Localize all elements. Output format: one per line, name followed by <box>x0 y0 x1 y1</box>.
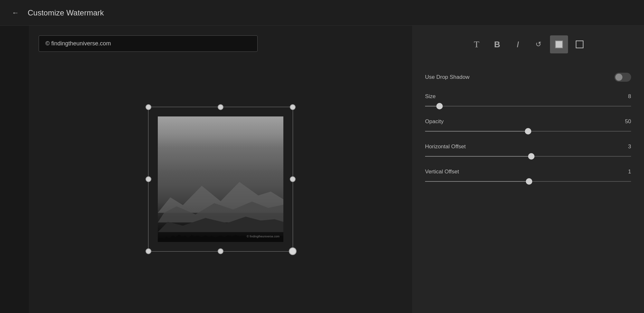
handle-bot-center[interactable] <box>218 248 223 254</box>
size-slider-thumb[interactable] <box>436 103 443 109</box>
bold-tool-button[interactable]: B <box>488 35 506 53</box>
horizontal-offset-fill <box>425 156 531 157</box>
toolbar: T B I ↺ <box>425 35 631 60</box>
size-slider[interactable] <box>425 103 631 109</box>
horizontal-offset-thumb[interactable] <box>528 153 535 160</box>
text-tool-button[interactable]: T <box>468 35 486 53</box>
text-icon: T <box>474 39 479 50</box>
bold-icon: B <box>494 40 500 50</box>
square-outline-tool-button[interactable] <box>571 35 589 53</box>
opacity-slider-track <box>425 131 631 132</box>
size-row: Size 8 <box>425 93 631 100</box>
vertical-offset-track <box>425 181 631 182</box>
opacity-slider-thumb[interactable] <box>525 128 531 134</box>
size-control: Size 8 <box>425 93 631 109</box>
horizontal-offset-row: Horizontal Offset 3 <box>425 143 631 150</box>
handle-mid-right[interactable] <box>290 176 296 182</box>
drop-shadow-row: Use Drop Shadow <box>425 73 631 82</box>
opacity-value: 50 <box>625 118 631 125</box>
vertical-offset-value: 1 <box>628 169 631 175</box>
vertical-offset-fill <box>425 181 529 182</box>
header: ← Customize Watermark <box>0 0 644 26</box>
italic-icon: I <box>516 40 519 50</box>
vertical-offset-label: Vertical Offset <box>425 169 459 175</box>
size-slider-track <box>425 106 631 106</box>
canvas-container: © findingtheuniverse.com <box>158 116 283 242</box>
toggle-knob <box>615 74 622 81</box>
horizontal-offset-label: Horizontal Offset <box>425 143 466 150</box>
preview-image: © findingtheuniverse.com <box>158 116 283 242</box>
watermark-text-input[interactable] <box>39 35 258 52</box>
page-title: Customize Watermark <box>28 8 104 17</box>
drop-shadow-toggle[interactable] <box>614 73 631 82</box>
opacity-slider-fill <box>425 131 528 132</box>
left-sidebar <box>0 26 29 313</box>
watermark-input-bar <box>39 35 258 52</box>
back-button[interactable]: ← <box>10 7 21 19</box>
handle-top-right[interactable] <box>290 104 296 110</box>
drop-shadow-label: Use Drop Shadow <box>425 74 469 80</box>
right-panel: T B I ↺ Use Drop Sh <box>412 26 644 313</box>
opacity-control: Opacity 50 <box>425 118 631 134</box>
horizontal-offset-value: 3 <box>628 143 631 150</box>
horizontal-offset-control: Horizontal Offset 3 <box>425 143 631 160</box>
handle-bot-left[interactable] <box>146 248 151 254</box>
vertical-offset-row: Vertical Offset 1 <box>425 169 631 175</box>
watermark-overlay: © findingtheuniverse.com <box>247 235 279 238</box>
main-content: © findingtheuniverse.com T B I ↺ <box>0 26 644 313</box>
vertical-offset-control: Vertical Offset 1 <box>425 169 631 185</box>
italic-tool-button[interactable]: I <box>509 35 527 53</box>
size-label: Size <box>425 93 436 100</box>
size-value: 8 <box>628 93 631 100</box>
horizontal-offset-track <box>425 156 631 157</box>
vertical-offset-slider[interactable] <box>425 178 631 185</box>
vertical-offset-thumb[interactable] <box>526 178 532 185</box>
rotate-icon: ↺ <box>535 40 541 49</box>
square-filled-tool-button[interactable] <box>550 35 568 53</box>
opacity-slider[interactable] <box>425 128 631 134</box>
canvas-area: © findingtheuniverse.com <box>29 26 412 313</box>
opacity-row: Opacity 50 <box>425 118 631 125</box>
opacity-label: Opacity <box>425 118 444 125</box>
square-outline-icon <box>576 41 583 48</box>
handle-top-left[interactable] <box>146 104 151 110</box>
rotate-tool-button[interactable]: ↺ <box>529 35 547 53</box>
back-icon: ← <box>12 9 19 17</box>
square-filled-icon <box>555 41 563 48</box>
horizontal-offset-slider[interactable] <box>425 153 631 160</box>
handle-bot-right[interactable] <box>289 247 297 255</box>
handle-top-center[interactable] <box>218 104 223 110</box>
handle-mid-left[interactable] <box>146 176 151 182</box>
